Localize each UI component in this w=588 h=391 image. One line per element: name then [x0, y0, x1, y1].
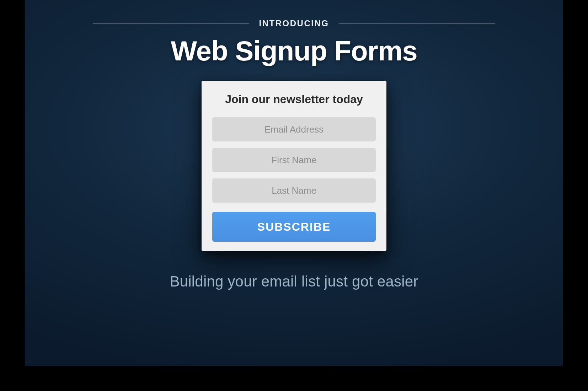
eyebrow-row: INTRODUCING	[93, 18, 496, 28]
email-field[interactable]	[212, 117, 376, 141]
divider-left	[93, 23, 249, 24]
signup-card: Join our newsletter today SUBSCRIBE	[202, 81, 386, 251]
tagline: Building your email list just got easier	[170, 273, 418, 290]
page-title: Web Signup Forms	[171, 35, 417, 67]
last-name-field[interactable]	[212, 178, 376, 203]
first-name-field[interactable]	[212, 148, 376, 172]
subscribe-button[interactable]: SUBSCRIBE	[212, 212, 376, 242]
form-heading: Join our newsletter today	[212, 93, 376, 106]
hero-section: INTRODUCING Web Signup Forms Join our ne…	[25, 0, 563, 366]
eyebrow-label: INTRODUCING	[259, 18, 329, 28]
divider-right	[339, 23, 495, 24]
